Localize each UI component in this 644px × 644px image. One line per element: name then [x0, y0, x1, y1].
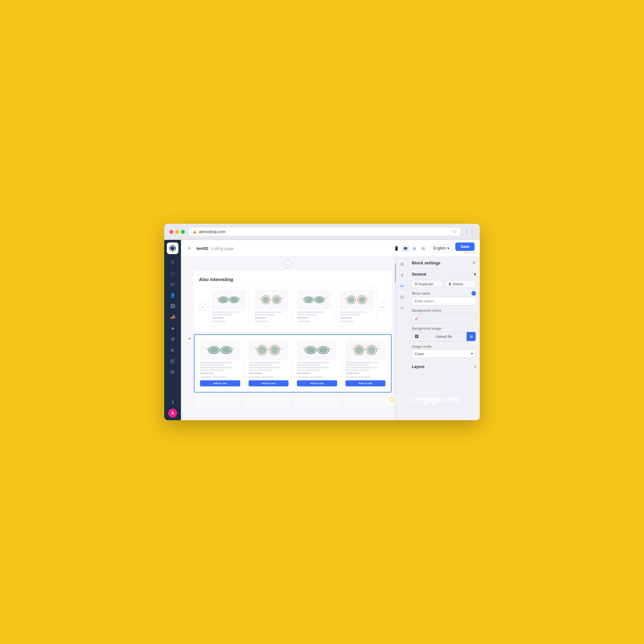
menu-icon: ⋮⋮	[464, 229, 475, 235]
sidebar-item-settings[interactable]: ⚙	[167, 334, 178, 344]
sidebar-item-marketing[interactable]: 📣	[167, 312, 178, 322]
action-row: ⧉ Duplicate 🗑 Delete	[412, 280, 476, 288]
upload-file-button[interactable]: Upload file	[421, 333, 467, 340]
info-icon[interactable]: i	[471, 291, 476, 296]
carousel-prev-button[interactable]: ‹	[199, 303, 207, 311]
image-mode-toggle[interactable]: ⊞	[467, 332, 476, 341]
svg-line-56	[351, 348, 354, 349]
product-name-skeleton	[200, 362, 240, 371]
duplicate-button[interactable]: ⧉ Duplicate	[412, 280, 443, 288]
lock-icon: 🔒	[193, 230, 197, 234]
svg-marker-1	[171, 246, 175, 250]
page-subtitle: Listing page	[211, 246, 234, 251]
sidebar-item-help[interactable]: ℹ	[167, 397, 178, 407]
address-bar[interactable]: 🔒 demoshop.com ↻	[189, 228, 460, 236]
share-panel-icon[interactable]: ⎋	[398, 303, 407, 312]
layout-label: Layout	[412, 365, 424, 369]
color-value-input[interactable]	[421, 315, 476, 322]
product-price-skeleton	[212, 317, 223, 319]
product-name-skeleton	[297, 311, 331, 316]
product-price-skeleton	[297, 317, 309, 319]
sidebar-item-media[interactable]: 🖼	[167, 301, 178, 311]
bg-colour-label: Background colour	[412, 308, 476, 312]
mobile-icon[interactable]: 📱	[393, 245, 400, 251]
close-editor-button[interactable]: ✕	[186, 245, 193, 251]
product-card	[337, 287, 377, 327]
block-name-input[interactable]	[412, 297, 476, 305]
products-top-row	[209, 287, 377, 327]
image-upload-row: 🖼 Upload file ⊞	[412, 332, 476, 341]
svg-point-33	[222, 347, 231, 353]
panel-close-button[interactable]: ✕	[472, 260, 476, 265]
shortcut-hint: ALT + S	[464, 251, 475, 254]
browser-menu[interactable]: ⋮⋮	[464, 229, 475, 235]
add-block-button[interactable]: +	[184, 260, 392, 268]
svg-point-17	[305, 298, 312, 302]
sidebar-item-apps[interactable]: ⊕	[167, 345, 178, 355]
product-card	[294, 287, 334, 327]
add-to-cart-button[interactable]: Add to cart	[249, 380, 289, 386]
svg-line-49	[303, 348, 305, 349]
language-value: English	[433, 246, 446, 251]
info-panel-icon[interactable]: ℹ	[398, 270, 407, 279]
product-card-selected: Add to cart	[197, 337, 243, 389]
svg-point-38	[258, 346, 266, 354]
sidebar-logo[interactable]	[167, 242, 178, 254]
image-thumbnail: 🖼	[412, 332, 421, 341]
page-title-area: test02 Listing page	[196, 246, 234, 251]
save-button[interactable]: Save	[455, 242, 475, 251]
minimize-traffic-light[interactable]	[175, 230, 179, 234]
sidebar-item-pages[interactable]: ⬡	[167, 268, 178, 279]
sidebar-item-cart[interactable]: 🛒	[167, 356, 178, 366]
svg-line-36	[232, 348, 234, 349]
layers-panel-icon[interactable]: ⊟	[398, 292, 407, 301]
layout-section: Layout ›	[408, 361, 480, 372]
desktop-icon[interactable]: 🖥	[411, 245, 418, 251]
svg-point-12	[273, 297, 280, 303]
color-swatch[interactable]: 🖌	[412, 314, 421, 323]
brush-icon: 🖌	[415, 316, 419, 321]
image-mode-select[interactable]: Cover ▾	[412, 350, 476, 358]
add-to-cart-button[interactable]: Add to cart	[297, 380, 337, 386]
sidebar-item-users[interactable]: 👤	[167, 290, 178, 300]
svg-point-52	[355, 346, 363, 354]
tablet-icon[interactable]: 💻	[402, 245, 409, 251]
bg-image-text: Background image	[412, 327, 441, 330]
selected-products-row: Add to cart	[197, 337, 388, 389]
sidebar-item-grid[interactable]: ⊞	[167, 367, 178, 377]
delete-button[interactable]: 🗑 Delete	[445, 280, 476, 288]
edit-panel-icon[interactable]: ✏	[398, 281, 407, 290]
sidebar-item-clock[interactable]: ⏱	[167, 257, 178, 268]
reload-icon[interactable]: ↻	[453, 229, 457, 234]
svg-line-21	[302, 298, 304, 299]
carousel-next-button[interactable]: ›	[379, 303, 386, 311]
delete-icon: 🗑	[448, 282, 452, 286]
product-card-below	[244, 395, 292, 408]
language-selector[interactable]: English ▾	[431, 244, 452, 252]
layout-section-header[interactable]: Layout ›	[412, 365, 476, 369]
general-section-header[interactable]: General ▾	[412, 272, 476, 277]
user-avatar[interactable]: A	[168, 409, 177, 418]
sidebar-item-themes[interactable]: ◈	[167, 323, 178, 333]
duplicate-label: Duplicate	[419, 282, 433, 286]
chevron-up-icon: ▾	[474, 272, 476, 277]
maximize-traffic-light[interactable]	[181, 230, 185, 234]
left-panel-toggle[interactable]: ⊞	[185, 335, 193, 343]
add-to-cart-button[interactable]: Add to cart	[200, 380, 240, 386]
plus-icon: +	[284, 260, 292, 268]
close-traffic-light[interactable]	[169, 230, 173, 234]
product-name-skeleton	[340, 311, 374, 316]
settings-panel-icon[interactable]: ⚙	[398, 260, 407, 269]
canvas-area: ⊞ + Also interesting ‹	[181, 257, 395, 420]
sidebar-item-products[interactable]: 🏷	[167, 279, 178, 289]
product-card-selected: Add to cart	[294, 337, 340, 389]
selected-products-section[interactable]: Add to cart	[194, 334, 392, 393]
fullscreen-icon[interactable]: ⊞	[420, 245, 427, 251]
product-image	[346, 340, 386, 360]
add-to-cart-button[interactable]: Add to cart	[346, 380, 386, 386]
url-text: demoshop.com	[199, 230, 225, 234]
product-name-skeleton	[297, 362, 337, 371]
svg-line-35	[206, 348, 208, 349]
browser-bar: 🔒 demoshop.com ↻ ⋮⋮	[164, 224, 480, 240]
color-picker[interactable]: 🖌	[412, 314, 476, 323]
